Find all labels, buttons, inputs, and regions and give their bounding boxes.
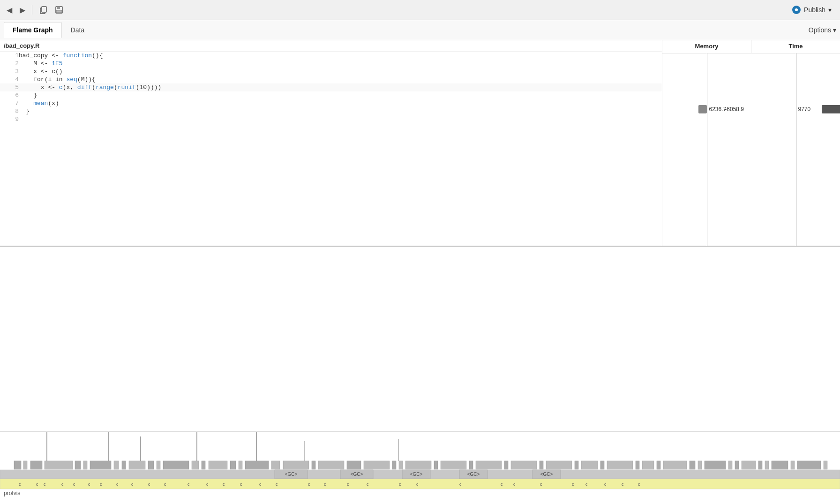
svg-rect-28 (283, 461, 309, 469)
svg-text:c: c (324, 482, 326, 487)
svg-rect-20 (163, 461, 189, 469)
code-line-7: mean(x) (19, 99, 662, 107)
code-row-6: 6 } (0, 91, 662, 99)
svg-text:c: c (416, 482, 419, 487)
back-button[interactable]: ◀ (4, 4, 15, 16)
metrics-body: -6058.9 6236.7 9770 (662, 53, 840, 246)
tab-data[interactable]: Data (62, 22, 94, 38)
svg-text:c: c (367, 482, 369, 487)
line-num-7: 7 (0, 99, 19, 107)
svg-text:profvis: profvis (4, 490, 20, 496)
code-line-5: x <- c(x, diff(range(runif(10)))) (19, 83, 662, 91)
svg-rect-57 (742, 461, 756, 469)
code-area[interactable]: /bad_copy.R 1 bad_copy <- function(){ 2 … (0, 40, 662, 246)
svg-rect-54 (705, 461, 726, 469)
code-line-3: x <- c() (19, 68, 662, 75)
svg-rect-46 (600, 461, 604, 469)
svg-rect-51 (663, 461, 687, 469)
save-button[interactable] (52, 4, 66, 16)
svg-text:c: c (501, 482, 503, 487)
svg-text:c: c (73, 482, 75, 487)
svg-rect-33 (392, 461, 396, 469)
svg-rect-61 (791, 461, 795, 469)
svg-rect-4 (56, 10, 62, 13)
svg-text:c: c (223, 482, 225, 487)
svg-rect-3 (57, 7, 60, 9)
svg-text:c: c (148, 482, 150, 487)
svg-rect-32 (364, 461, 390, 469)
code-row-2: 2 M <- 1E5 (0, 60, 662, 68)
svg-text:c: c (88, 482, 90, 487)
svg-text:c: c (513, 482, 516, 487)
svg-text:c: c (638, 482, 640, 487)
svg-rect-39 (476, 461, 502, 469)
code-row-9: 9 (0, 115, 662, 123)
metrics-panel: Memory Time -6058.9 6236.7 9770 (662, 40, 840, 246)
svg-text:c: c (188, 482, 190, 487)
svg-rect-63 (824, 461, 827, 469)
svg-rect-14 (90, 461, 111, 469)
forward-button[interactable]: ▶ (17, 4, 28, 16)
svg-rect-60 (772, 461, 788, 469)
toolbar-left: ◀ ▶ (4, 4, 66, 16)
options-menu[interactable]: Options ▾ (809, 26, 836, 34)
svg-rect-15 (114, 461, 119, 469)
svg-text:c: c (61, 482, 64, 487)
line-num-5: 5 (0, 83, 19, 91)
svg-rect-41 (511, 461, 537, 469)
line-num-9: 9 (0, 115, 19, 123)
svg-rect-1 (42, 7, 46, 12)
memory-peak-value: 6236.7 (709, 106, 727, 113)
toolbar-divider (32, 5, 32, 15)
flame-graph-svg: <GC> <GC> <GC> <GC> <GC> c c c c c c c c… (0, 432, 840, 504)
memory-bar (698, 105, 707, 113)
svg-rect-19 (157, 461, 160, 469)
code-line-9 (19, 115, 662, 123)
svg-rect-31 (347, 461, 361, 469)
svg-rect-34 (399, 461, 403, 469)
svg-rect-44 (575, 461, 578, 469)
svg-rect-25 (239, 461, 242, 469)
code-row-4: 4 for(i in seq(M)){ (0, 75, 662, 83)
svg-rect-48 (636, 461, 639, 469)
svg-text:<GC>: <GC> (467, 472, 480, 477)
svg-rect-42 (540, 461, 543, 469)
tabs-bar: Flame Graph Data Options ▾ (0, 20, 840, 40)
toolbar-right: Publish ▾ (787, 3, 836, 16)
options-label: Options ▾ (809, 26, 836, 34)
svg-text:c: c (100, 482, 102, 487)
svg-text:c: c (622, 482, 624, 487)
svg-rect-22 (202, 461, 205, 469)
svg-text:<GC>: <GC> (285, 472, 298, 477)
svg-rect-43 (546, 461, 572, 469)
line-num-8: 8 (0, 107, 19, 115)
svg-rect-9 (23, 461, 27, 469)
copy-button[interactable] (36, 4, 50, 16)
svg-rect-53 (698, 461, 702, 469)
line-num-2: 2 (0, 60, 19, 68)
code-row-1: 1 bad_copy <- function(){ (0, 52, 662, 60)
svg-rect-47 (607, 461, 633, 469)
svg-rect-13 (83, 461, 87, 469)
publish-dropdown-icon: ▾ (828, 6, 832, 14)
svg-rect-38 (469, 461, 473, 469)
code-row-8: 8 } (0, 107, 662, 115)
tab-flame-graph[interactable]: Flame Graph (4, 22, 62, 38)
bottom-panel: <GC> <GC> <GC> <GC> <GC> c c c c c c c c… (0, 247, 840, 504)
publish-button[interactable]: Publish ▾ (787, 3, 836, 16)
svg-text:c: c (116, 482, 119, 487)
svg-rect-56 (735, 461, 739, 469)
svg-text:<GC>: <GC> (351, 472, 363, 477)
code-line-1: bad_copy <- function(){ (19, 52, 662, 60)
flame-graph-area[interactable]: <GC> <GC> <GC> <GC> <GC> c c c c c c c c… (0, 431, 840, 504)
svg-text:<GC>: <GC> (540, 472, 553, 477)
time-value: 9770 (798, 106, 811, 113)
main-panel: /bad_copy.R 1 bad_copy <- function(){ 2 … (0, 40, 840, 247)
svg-rect-58 (758, 461, 762, 469)
svg-rect-16 (122, 461, 126, 469)
svg-rect-40 (504, 461, 508, 469)
time-axis-line (796, 53, 796, 246)
svg-rect-37 (441, 461, 466, 469)
svg-text:c: c (585, 482, 588, 487)
svg-text:c: c (572, 482, 574, 487)
